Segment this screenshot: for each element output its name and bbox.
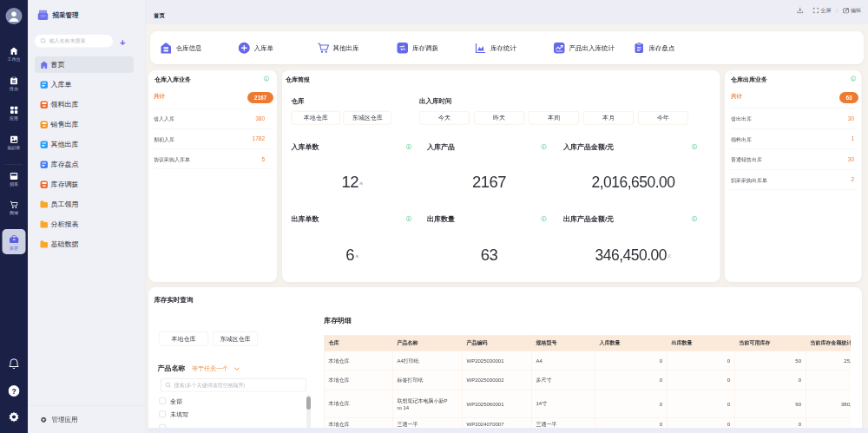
svg-text:?: ? bbox=[11, 387, 16, 396]
